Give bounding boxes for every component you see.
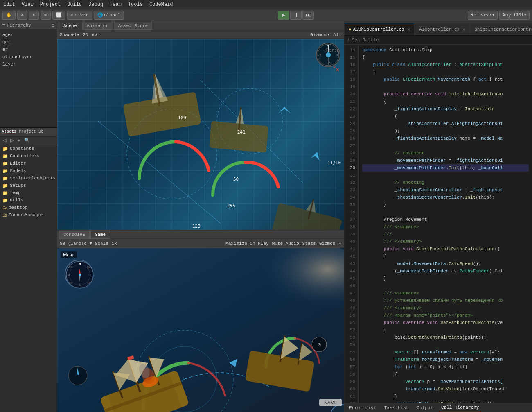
stats-btn[interactable]: Stats — [302, 241, 316, 246]
code-line-24: _shipsController.AIFightingActionsDi — [362, 120, 529, 127]
svg-text:SW: SW — [69, 281, 73, 285]
tab-scene[interactable]: Scene — [59, 22, 81, 30]
line-num-30: 30 — [344, 164, 358, 172]
hierarchy-item-er[interactable]: er — [0, 46, 57, 53]
tab-close-aicontroller[interactable]: ✕ — [463, 27, 465, 32]
svg-text:E: E — [90, 273, 92, 277]
svg-text:109: 109 — [178, 115, 186, 120]
bottom-tab-error-list[interactable]: Error List — [347, 405, 378, 411]
menu-view[interactable]: View — [22, 2, 34, 7]
tab-close-aiship[interactable]: ✕ — [408, 27, 410, 32]
hierarchy-item-actions[interactable]: ctionsLayer — [0, 53, 57, 61]
folder-desktop[interactable]: 🗂 desktop — [0, 204, 57, 211]
editor-tab-ships[interactable]: ShipsInteractionControll... — [470, 23, 532, 35]
all-toggle[interactable]: All — [333, 32, 341, 37]
line-num-21: 21 — [344, 98, 358, 105]
game-scale-label[interactable]: S3 (landsc ▼ Scale — [60, 241, 108, 246]
menu-debug[interactable]: Debug — [88, 2, 103, 7]
tab-assets[interactable]: Assets — [2, 129, 16, 134]
tab-sc[interactable]: Sc — [38, 129, 43, 134]
svg-text:NAME: NAME — [324, 400, 337, 405]
editor-content[interactable]: 14 15 16 17 18 19 20 21 22 23 24 25 26 2… — [344, 45, 532, 403]
tool-scale[interactable]: ⊞ — [41, 11, 51, 20]
bottom-tab-output[interactable]: Output — [415, 405, 435, 411]
any-cpu-dropdown[interactable]: Any CPU ▾ — [499, 11, 530, 20]
line-num-60: 60 — [344, 385, 358, 393]
scene-options[interactable]: ⊕ ⊙ ⋮ — [91, 32, 103, 37]
menu-tools[interactable]: Tools — [128, 2, 143, 7]
tab-console-e[interactable]: ConsoleE — [59, 231, 90, 239]
top-menu-bar: Edit View Project Build Debug Team Tools… — [0, 0, 532, 9]
axis-mark: ✕ — [333, 65, 336, 70]
folder-scenes-manager[interactable]: 🗂 ScenesManager — [0, 211, 57, 219]
svg-point-84 — [79, 274, 81, 276]
line-num-58: 58 — [344, 371, 358, 378]
svg-text:Menu: Menu — [63, 252, 74, 257]
menu-build[interactable]: Build — [67, 2, 82, 7]
hierarchy-item-get[interactable]: get — [0, 38, 57, 46]
folder-constants[interactable]: 📁 Constants — [0, 145, 57, 152]
game-multiplier: 1x — [112, 241, 117, 246]
tool-hand[interactable]: ✋ — [2, 11, 16, 20]
shade-dropdown[interactable]: Shaded ▾ — [60, 32, 79, 37]
axis-x: X — [336, 68, 339, 72]
gizmos-dropdown-arrow[interactable]: ▾ — [338, 241, 341, 246]
tab-asset-store[interactable]: Asset Store — [114, 22, 153, 30]
tab-game[interactable]: Game — [90, 231, 110, 239]
release-dropdown[interactable]: Release ▾ — [468, 11, 498, 20]
mute-btn[interactable]: Mute Audio — [272, 241, 299, 246]
pause-button[interactable]: ⏸ — [290, 11, 302, 20]
asset-search-btn[interactable]: 🔍 — [23, 137, 31, 143]
asset-back-btn[interactable]: ◁ — [2, 137, 7, 143]
menu-project[interactable]: Project — [40, 2, 61, 7]
code-line-29: _movementPathFinder = _fightingActionsDi — [362, 157, 529, 164]
svg-text:X: X — [336, 53, 338, 57]
svg-text:-X: -X — [317, 53, 321, 57]
editor-tab-aicontroller[interactable]: AIController.cs ✕ — [415, 23, 470, 35]
scene-viewport: 109 241 255 11/10 50 123 ◁Persp Y — [57, 39, 344, 230]
line-num-57: 57 — [344, 363, 358, 371]
tab-project[interactable]: Project — [19, 129, 36, 134]
hierarchy-item-ager[interactable]: ager — [0, 31, 57, 38]
bottom-tab-call-hierarchy[interactable]: Call Hierarchy — [440, 404, 480, 411]
play-button[interactable]: ▶ — [278, 11, 289, 20]
editor-tab-aiship[interactable]: ● AIShipController.cs ✕ — [344, 23, 415, 35]
line-num-43: 43 — [344, 260, 358, 267]
code-line-15: { — [362, 54, 529, 61]
shade-dropdown-arrow: ▾ — [77, 32, 80, 37]
step-button[interactable]: ⏭ — [302, 11, 314, 20]
code-line-58: { — [362, 371, 529, 378]
maximize-btn[interactable]: Maximize On Play — [225, 241, 269, 246]
pivot-button[interactable]: ⊙ Pivot — [67, 11, 92, 20]
gizmos-toggle[interactable]: Gizmos ▾ — [310, 32, 330, 37]
tool-move[interactable]: ✛ — [17, 11, 27, 20]
menu-team[interactable]: Team — [110, 2, 122, 7]
folder-scriptable[interactable]: 📁 ScriptableObjects — [0, 174, 57, 182]
line-num-20: 20 — [344, 91, 358, 98]
folder-models[interactable]: 📁 Models — [0, 167, 57, 174]
code-line-47: /// <summary> — [362, 290, 529, 297]
game-viewport: ⚙ ⚓ — [57, 248, 344, 412]
tool-rotate[interactable]: ↻ — [29, 11, 39, 20]
svg-text:S: S — [79, 283, 81, 287]
menu-edit[interactable]: Edit — [3, 2, 15, 7]
code-line-22: _fightingActionsDisplay = Instantiate — [362, 105, 529, 113]
hierarchy-close-icon[interactable]: ⊟ — [52, 23, 54, 28]
folder-editor[interactable]: 📁 Editor — [0, 160, 57, 167]
bottom-tab-task-list[interactable]: Task List — [383, 405, 410, 411]
tab-animator[interactable]: Animator — [82, 22, 113, 30]
line-num-38: 38 — [344, 223, 358, 231]
svg-text:NE: NE — [87, 265, 90, 269]
hierarchy-item-layer[interactable]: layer — [0, 61, 57, 68]
folder-temp[interactable]: 📁 temp — [0, 189, 57, 197]
tool-rect[interactable]: ⬜ — [52, 11, 65, 20]
global-button[interactable]: 🌐 Global — [94, 11, 124, 20]
game-gizmos-btn[interactable]: Gizmos — [319, 241, 336, 246]
asset-add-btn[interactable]: + — [16, 138, 21, 143]
asset-forward-btn[interactable]: ▷ — [9, 137, 15, 143]
dim-toggle[interactable]: 2D — [83, 32, 88, 37]
menu-codemaid[interactable]: CodeMaid — [149, 2, 173, 7]
folder-controllers[interactable]: 📁 Controllers — [0, 152, 57, 160]
folder-setups[interactable]: 📁 Setups — [0, 182, 57, 189]
folder-utils[interactable]: 📁 Utils — [0, 197, 57, 204]
